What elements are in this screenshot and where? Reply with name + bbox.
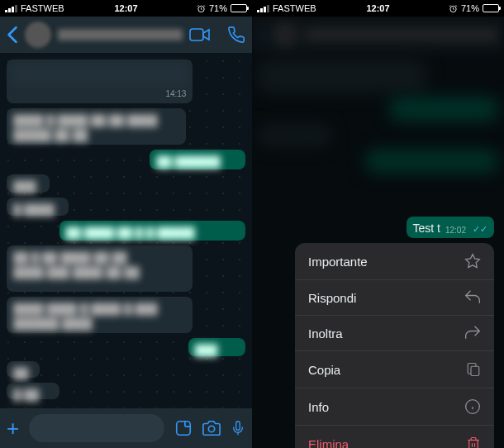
message-incoming[interactable]: ██ xyxy=(7,361,40,378)
battery-icon xyxy=(231,4,247,12)
context-menu: Importante Rispondi Inoltra Copia Info xyxy=(295,243,494,448)
message-outgoing[interactable]: ███ xyxy=(188,338,245,356)
camera-button[interactable] xyxy=(202,419,221,437)
menu-label: Importante xyxy=(308,255,368,269)
back-button[interactable] xyxy=(7,26,18,44)
svg-rect-6 xyxy=(471,366,479,375)
mic-button[interactable] xyxy=(231,418,245,438)
selected-message[interactable]: Test t 12:02 ✓✓ xyxy=(407,217,495,238)
info-icon xyxy=(464,398,481,415)
video-call-button[interactable] xyxy=(189,27,211,42)
chat-area[interactable]: 14:13 ████ █ ████ ██ ██ █████████ ██ ██ … xyxy=(0,53,252,408)
carrier-label: FASTWEB xyxy=(273,3,316,13)
menu-item-delete[interactable]: Elimina xyxy=(295,426,494,448)
menu-item-important[interactable]: Importante xyxy=(295,243,494,280)
message-input[interactable] xyxy=(29,414,164,442)
svg-rect-1 xyxy=(190,29,203,41)
message-incoming[interactable]: █ ████ xyxy=(7,198,69,216)
message-text: Test t xyxy=(413,222,440,235)
sticker-button[interactable] xyxy=(174,419,193,437)
message-incoming[interactable]: ████ █ ████ ██ ██ █████████ ██ ██ xyxy=(7,108,186,145)
svg-rect-2 xyxy=(177,422,191,436)
message-outgoing[interactable]: ██ ██████ xyxy=(150,150,245,169)
alarm-icon xyxy=(197,4,206,13)
contact-name[interactable] xyxy=(58,29,183,41)
menu-label: Inoltra xyxy=(308,326,343,341)
message-outgoing[interactable]: ██ ████ ██ █ █ █████ xyxy=(59,221,245,241)
svg-point-3 xyxy=(208,426,214,431)
screen-left: FASTWEB 12:07 71% xyxy=(0,0,252,448)
alarm-icon xyxy=(449,4,458,13)
message-incoming[interactable]: ███ xyxy=(7,174,50,193)
chat-header xyxy=(0,17,252,53)
copy-icon xyxy=(466,361,481,378)
trash-icon xyxy=(466,436,481,448)
message-incoming[interactable]: █ ██ xyxy=(7,383,59,399)
menu-label: Info xyxy=(308,400,329,414)
star-icon xyxy=(464,253,481,269)
voice-call-button[interactable] xyxy=(227,26,245,44)
message-time: 12:02 xyxy=(445,226,466,235)
menu-item-copy[interactable]: Copia xyxy=(295,351,494,388)
input-bar: + xyxy=(0,408,252,448)
carrier-label: FASTWEB xyxy=(21,3,64,13)
reply-icon xyxy=(464,290,481,305)
battery-icon xyxy=(483,4,499,12)
clock: 12:07 xyxy=(366,3,389,13)
menu-item-forward[interactable]: Inoltra xyxy=(295,316,494,351)
menu-label: Rispondi xyxy=(308,291,356,305)
message-incoming[interactable]: 14:13 xyxy=(7,60,193,103)
clock: 12:07 xyxy=(114,3,137,13)
signal-icon xyxy=(5,5,17,12)
svg-marker-5 xyxy=(466,255,480,268)
menu-item-reply[interactable]: Rispondi xyxy=(295,280,494,316)
battery-pct: 71% xyxy=(209,3,227,13)
screen-right: FASTWEB 12:07 71% ‹ Test t 12:02 ✓✓ xyxy=(252,0,504,448)
avatar[interactable] xyxy=(25,21,51,48)
forward-icon xyxy=(464,326,481,341)
battery-pct: 71% xyxy=(461,3,479,13)
menu-label: Elimina xyxy=(308,437,349,449)
message-incoming[interactable]: ██ █ ██ ████ ██ ██████ ███ ████ ██ ██ xyxy=(7,245,193,292)
attach-button[interactable]: + xyxy=(7,416,19,441)
menu-item-info[interactable]: Info xyxy=(295,388,494,426)
status-bar: FASTWEB 12:07 71% xyxy=(252,0,504,17)
status-bar: FASTWEB 12:07 71% xyxy=(0,0,252,17)
message-incoming[interactable]: ████ ████ █ ████ █ █████████ ████ xyxy=(7,297,193,333)
message-time: 14:13 xyxy=(13,89,186,98)
signal-icon xyxy=(257,5,269,12)
menu-label: Copia xyxy=(308,363,340,377)
read-checks-icon: ✓✓ xyxy=(473,224,487,235)
